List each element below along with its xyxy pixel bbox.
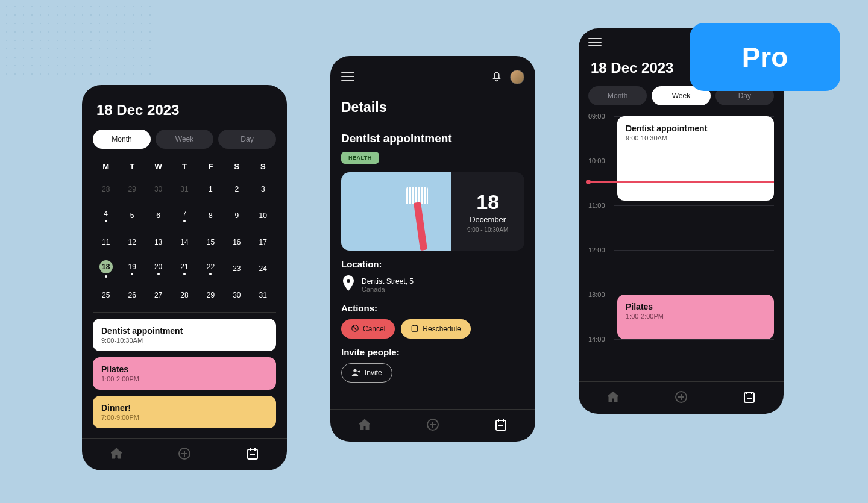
timeline-event[interactable]: Pilates1:00-2:00PM [617, 295, 774, 339]
details-heading: Details [341, 99, 524, 116]
calendar-day[interactable]: 15 [198, 231, 224, 253]
weekday-label: T [119, 160, 145, 173]
menu-icon[interactable] [341, 72, 354, 82]
pin-icon [341, 275, 356, 295]
weekday-label: F [198, 160, 224, 173]
calendar-day[interactable]: 28 [171, 284, 197, 306]
time-label: 13:00 [588, 291, 605, 298]
calendar-day[interactable]: 23 [224, 258, 250, 280]
calendar-day[interactable]: 17 [250, 231, 276, 253]
pro-badge: Pro [690, 23, 840, 91]
add-icon[interactable] [177, 446, 192, 463]
event-card[interactable]: Dinner!7:00-9:00PM [93, 396, 276, 428]
location-label: Location: [341, 259, 524, 269]
phone-month-view: 18 Dec 2023 Month Week Day MTWTFSS 28293… [82, 85, 287, 470]
segment-week[interactable]: Week [156, 130, 213, 149]
svg-rect-3 [412, 325, 418, 331]
event-title: Pilates [101, 364, 268, 374]
segment-day[interactable]: Day [218, 130, 276, 149]
home-icon[interactable] [109, 446, 124, 463]
pro-label: Pro [742, 41, 788, 73]
calendar-day[interactable]: 2 [224, 178, 250, 200]
calendar-day[interactable]: 16 [224, 231, 250, 253]
calendar-day[interactable]: 31 [171, 178, 197, 200]
cancel-icon [351, 324, 359, 334]
time-label: 14:00 [588, 336, 605, 343]
invite-text: Invite [365, 369, 382, 377]
add-icon[interactable] [674, 390, 688, 407]
segment-month[interactable]: Month [588, 86, 647, 105]
home-icon[interactable] [357, 417, 372, 434]
calendar-day[interactable]: 30 [224, 284, 250, 306]
calendar-day[interactable]: 31 [250, 284, 276, 306]
calendar-day[interactable]: 12 [119, 231, 145, 253]
bottom-nav [579, 381, 784, 414]
calendar-day[interactable]: 3 [250, 178, 276, 200]
invite-button[interactable]: Invite [341, 363, 392, 383]
event-title: Pilates [626, 302, 766, 311]
calendar-day[interactable]: 7 [171, 205, 197, 227]
reschedule-label: Reschedule [423, 325, 461, 333]
segment-month[interactable]: Month [93, 130, 151, 149]
calendar-grid: 2829303112345678910111213141516171819202… [93, 178, 276, 306]
event-time: 7:00-9:00PM [101, 414, 268, 421]
calendar-day[interactable]: 11 [93, 231, 119, 253]
event-image [341, 172, 451, 251]
calendar-day[interactable]: 14 [171, 231, 197, 253]
day-events-list: Dentist appointment9:00-10:30AMPilates1:… [93, 319, 276, 428]
calendar-day[interactable]: 19 [119, 258, 145, 280]
weekday-label: W [145, 160, 171, 173]
timeline-event[interactable]: Dentist appointment9:00-10:30AM [617, 116, 774, 201]
calendar-day[interactable]: 6 [145, 205, 171, 227]
calendar-day[interactable]: 18 [93, 258, 119, 280]
calendar-day[interactable]: 8 [198, 205, 224, 227]
cancel-button[interactable]: Cancel [341, 319, 395, 339]
calendar-day[interactable]: 4 [93, 205, 119, 227]
event-detail-card: 18 December 9:00 - 10:30AM [341, 172, 524, 251]
calendar-day[interactable]: 21 [171, 258, 197, 280]
calendar-day[interactable]: 29 [198, 284, 224, 306]
event-title: Dinner! [101, 403, 268, 413]
event-time: 1:00-2:00PM [626, 313, 766, 320]
topbar [341, 68, 524, 86]
calendar-day[interactable]: 1 [198, 178, 224, 200]
divider [93, 312, 276, 313]
bottom-nav [82, 438, 287, 470]
calendar-day[interactable]: 26 [119, 284, 145, 306]
date-title: 18 Dec 2023 [96, 102, 276, 119]
reschedule-button[interactable]: Reschedule [401, 319, 470, 339]
calendar-day[interactable]: 24 [250, 258, 276, 280]
timeline: 09:0010:0011:0012:0013:0014:00Dentist ap… [588, 116, 774, 357]
calendar-icon[interactable] [742, 390, 756, 407]
bottom-nav [330, 409, 535, 442]
avatar[interactable] [510, 70, 524, 84]
calendar-weekdays: MTWTFSS [93, 160, 276, 173]
calendar-day[interactable]: 10 [250, 205, 276, 227]
calendar-day[interactable]: 29 [119, 178, 145, 200]
calendar-day[interactable]: 20 [145, 258, 171, 280]
menu-icon[interactable] [588, 38, 602, 48]
calendar-day[interactable]: 22 [198, 258, 224, 280]
home-icon[interactable] [606, 390, 620, 407]
calendar-day[interactable]: 9 [224, 205, 250, 227]
event-name: Dentist appointment [341, 132, 524, 145]
calendar-icon[interactable] [494, 417, 508, 434]
country: Canada [362, 286, 414, 293]
event-card[interactable]: Pilates1:00-2:00PM [93, 357, 276, 390]
time-label: 10:00 [588, 157, 605, 164]
calendar-day[interactable]: 27 [145, 284, 171, 306]
calendar-day[interactable]: 25 [93, 284, 119, 306]
event-card[interactable]: Dentist appointment9:00-10:30AM [93, 319, 276, 351]
bell-icon[interactable] [491, 70, 503, 84]
calendar-day[interactable]: 13 [145, 231, 171, 253]
add-icon[interactable] [426, 417, 440, 434]
cancel-label: Cancel [363, 325, 385, 333]
event-time: 1:00-2:00PM [101, 375, 268, 383]
calendar-day[interactable]: 28 [93, 178, 119, 200]
calendar-day[interactable]: 30 [145, 178, 171, 200]
calendar-icon[interactable] [245, 446, 260, 463]
weekday-label: M [93, 160, 119, 173]
calendar-day[interactable]: 5 [119, 205, 145, 227]
weekday-label: T [171, 160, 197, 173]
invite-label: Invite people: [341, 347, 524, 357]
